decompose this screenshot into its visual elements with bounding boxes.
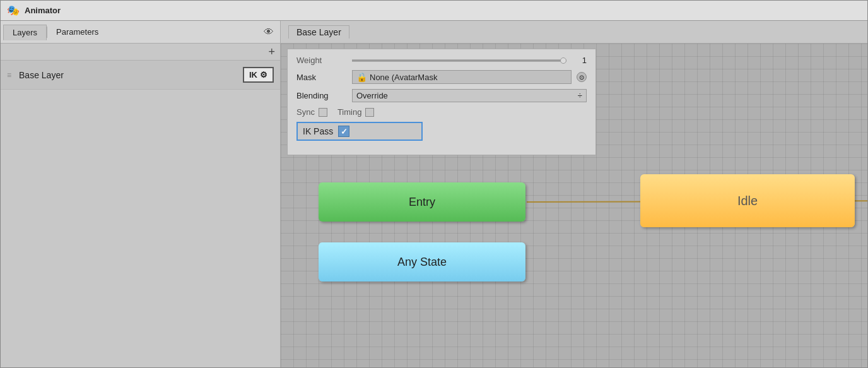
canvas-area[interactable]: Weight 1 Mask 🔒 None (AvatarMask: [281, 44, 867, 367]
inspector-panel: Weight 1 Mask 🔒 None (AvatarMask: [287, 49, 596, 155]
weight-slider[interactable]: [352, 59, 566, 62]
layers-list: ≡ Base Layer IK ⚙: [1, 61, 280, 367]
ik-label: IK: [249, 70, 257, 80]
weight-row: Weight 1: [296, 56, 587, 65]
animator-window: 🎭 Animator Layers Parameters 👁 + ≡ Base: [0, 0, 868, 368]
right-panel: Base Layer Weight 1: [281, 21, 867, 367]
weight-slider-thumb: [560, 57, 566, 64]
mask-label: Mask: [296, 73, 347, 82]
sync-checkbox[interactable]: [319, 108, 327, 117]
mask-icon: 🔒: [356, 72, 367, 82]
ik-pass-row: IK Pass ✓: [296, 122, 587, 141]
ik-pass-label: IK Pass: [303, 126, 333, 136]
blending-row: Blending Override ÷: [296, 89, 587, 102]
right-panel-header: Base Layer: [281, 21, 867, 44]
layer-name: Base Layer: [19, 70, 238, 80]
weight-label: Weight: [296, 56, 347, 65]
tab-parameters[interactable]: Parameters: [47, 25, 107, 39]
sync-label: Sync: [296, 107, 315, 117]
gear-icon: ⚙: [260, 70, 267, 80]
any-state-node[interactable]: Any State: [319, 242, 525, 282]
blending-label: Blending: [296, 91, 347, 100]
add-layer-button[interactable]: +: [268, 46, 275, 57]
timing-label: Timing: [337, 107, 362, 117]
mask-text: None (AvatarMask: [370, 73, 567, 82]
entry-node[interactable]: Entry: [319, 182, 525, 222]
title-bar: 🎭 Animator: [1, 1, 867, 21]
window-title: Animator: [25, 6, 61, 15]
animator-icon: 🎭: [7, 4, 20, 16]
tab-layers[interactable]: Layers: [3, 25, 47, 40]
blending-arrow: ÷: [578, 91, 582, 100]
mask-dot-button[interactable]: ⊙: [577, 72, 587, 82]
mask-field[interactable]: 🔒 None (AvatarMask: [352, 70, 572, 84]
timing-checkbox[interactable]: [365, 108, 374, 117]
blending-select[interactable]: Override ÷: [352, 89, 587, 102]
ik-button[interactable]: IK ⚙: [243, 67, 274, 83]
drag-icon: ≡: [7, 71, 11, 80]
main-area: Layers Parameters 👁 + ≡ Base Layer IK ⚙: [1, 21, 867, 367]
sync-group: Sync: [296, 107, 327, 117]
ik-pass-checkmark: ✓: [341, 127, 348, 136]
left-panel: Layers Parameters 👁 + ≡ Base Layer IK ⚙: [1, 21, 281, 367]
ik-pass-container: IK Pass ✓: [296, 122, 423, 141]
mask-row: Mask 🔒 None (AvatarMask ⊙: [296, 70, 587, 84]
ik-pass-checkbox[interactable]: ✓: [338, 126, 349, 137]
idle-label: Idle: [737, 194, 758, 208]
toolbar-bar: +: [1, 44, 280, 61]
eye-button[interactable]: 👁: [260, 25, 278, 39]
sync-timing-row: Sync Timing: [296, 107, 587, 117]
timing-group: Timing: [337, 107, 375, 117]
base-layer-tab[interactable]: Base Layer: [288, 25, 349, 39]
weight-slider-track: [352, 60, 566, 61]
blending-value: Override: [356, 91, 388, 100]
any-state-label: Any State: [397, 256, 447, 269]
weight-value: 1: [572, 56, 587, 65]
entry-label: Entry: [409, 196, 435, 209]
layer-item: ≡ Base Layer IK ⚙: [1, 61, 280, 90]
idle-node[interactable]: Idle: [640, 174, 855, 227]
tabs-bar: Layers Parameters 👁: [1, 21, 280, 44]
